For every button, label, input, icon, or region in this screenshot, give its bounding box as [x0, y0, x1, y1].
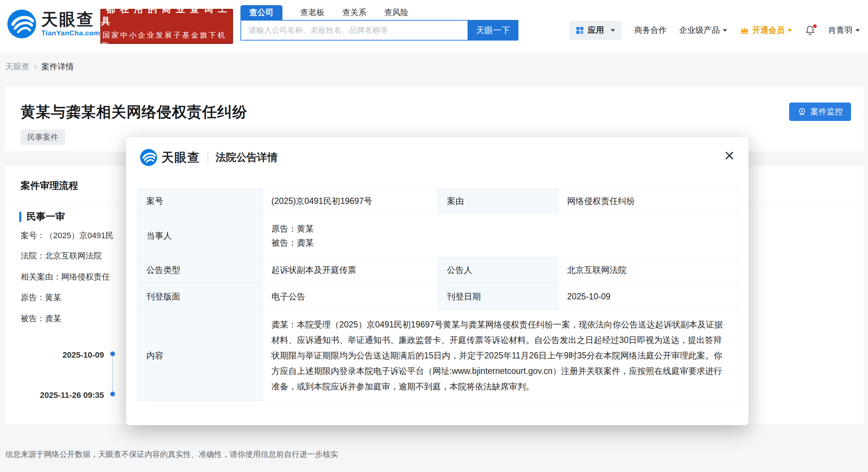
breadcrumb: 天眼查 › 案件详情: [5, 61, 74, 72]
flow-field-defendant: 被告：龚某: [21, 313, 61, 324]
flow-field-cause: 相关案由：网络侵权责任: [21, 271, 110, 282]
chevron-down-icon: [855, 29, 860, 32]
divider: [208, 152, 208, 163]
cell-notice-type: 起诉状副本及开庭传票: [263, 257, 438, 283]
crown-icon: [740, 25, 752, 35]
cell-announcer-label: 公告人: [438, 257, 558, 283]
chevron-down-icon: [723, 29, 727, 32]
username-label: 肖青羽: [828, 25, 853, 36]
tianyancha-logo-icon: [7, 10, 36, 38]
table-row: 刊登版面 电子公告 刊登日期 2025-10-09: [138, 283, 738, 310]
monitor-button-label: 案件监控: [810, 106, 843, 117]
breadcrumb-current: 案件详情: [41, 61, 74, 72]
page: 天眼查 TianYanCha.com 都在用的商业查询工具 国家中小企业发展子基…: [0, 0, 868, 472]
tab-search-boss[interactable]: 查老板: [300, 7, 324, 18]
cooperation-label: 商务合作: [634, 25, 667, 36]
timeline-date: 2025-11-26 09:35: [4, 391, 104, 400]
table-row: 当事人 原告：黄某 被告：龚某: [138, 214, 738, 257]
tianyancha-logo-icon: [140, 149, 157, 166]
search-tabs: 查公司 查老板 查关系 查风险: [240, 5, 409, 20]
search-button[interactable]: 天眼一下: [468, 20, 518, 41]
brand-text: 天眼查 TianYanCha.com: [41, 11, 100, 37]
search-box: 天眼一下: [240, 20, 518, 41]
brand-domain: TianYanCha.com: [41, 29, 100, 37]
tab-search-risk[interactable]: 查风险: [384, 7, 409, 18]
cell-case-no: (2025)京0491民初19697号: [263, 188, 438, 214]
brand-logo[interactable]: 天眼查 TianYanCha.com: [7, 10, 100, 38]
brand-name: 天眼查: [41, 11, 100, 28]
cell-parties-label: 当事人: [138, 214, 263, 257]
cell-cause: 网络侵权责任纠纷: [558, 188, 738, 214]
search-input[interactable]: [240, 20, 468, 41]
cell-content: 龚某：本院受理（2025）京0491民初19697号黄某与龚某网络侵权责任纠纷一…: [263, 310, 738, 401]
nav-enterprise-products[interactable]: 企业级产品: [679, 25, 727, 36]
page-title: 黄某与龚某相关网络侵权责任纠纷: [21, 102, 849, 122]
apps-grid-icon: [576, 26, 584, 35]
apps-label: 应用: [588, 25, 604, 36]
case-monitor-button[interactable]: 案件监控: [789, 103, 851, 121]
user-menu[interactable]: 肖青羽: [828, 25, 860, 36]
tab-search-relation[interactable]: 查关系: [342, 7, 367, 18]
defendant-line: 被告：龚某: [271, 236, 729, 250]
apps-menu[interactable]: 应用: [569, 21, 622, 40]
modal-header: 天眼查 法院公告详情 ×: [140, 148, 735, 167]
table-row: 案号 (2025)京0491民初19697号 案由 网络侵权责任纠纷: [138, 188, 738, 214]
breadcrumb-separator: ›: [34, 62, 37, 72]
top-header: 天眼查 TianYanCha.com 都在用的商业查询工具 国家中小企业发展子基…: [0, 0, 868, 53]
nav-open-vip[interactable]: 开通会员: [740, 25, 792, 36]
notifications-bell[interactable]: [805, 25, 816, 36]
plaintiff-line: 原告：黄某: [271, 222, 729, 236]
court-notice-modal: 天眼查 法院公告详情 × 案号 (2025)京0491民初19697号 案由 网…: [126, 137, 749, 425]
cell-case-no-label: 案号: [138, 188, 263, 214]
cell-parties: 原告：黄某 被告：龚某: [263, 214, 738, 257]
cell-announcer: 北京互联网法院: [558, 257, 738, 283]
cell-notice-type-label: 公告类型: [138, 257, 263, 283]
promo-banner: 都在用的商业查询工具 国家中小企业发展子基金旗下机构: [100, 9, 233, 44]
case-type-badge: 民事案件: [21, 129, 65, 145]
stage-civil-first-trial: 民事一审: [19, 210, 65, 223]
timeline-connector: [112, 355, 113, 397]
cell-publish-date: 2025-10-09: [558, 283, 738, 310]
vip-label: 开通会员: [752, 25, 785, 36]
modal-brand-name: 天眼查: [162, 149, 200, 166]
table-row: 内容 龚某：本院受理（2025）京0491民初19697号黄某与龚某网络侵权责任…: [138, 310, 738, 401]
stage-accent-bar: [19, 212, 21, 222]
promo-line1: 都在用的商业查询工具: [101, 3, 232, 27]
stage-label: 民事一审: [27, 210, 65, 223]
chevron-down-icon: [788, 29, 792, 32]
cell-content-label: 内容: [138, 310, 263, 401]
notification-dot: [813, 24, 817, 28]
timeline-dot: [110, 351, 115, 356]
tab-search-company[interactable]: 查公司: [240, 5, 282, 20]
promo-line2: 国家中小企业发展子基金旗下机构: [101, 30, 232, 50]
breadcrumb-home[interactable]: 天眼查: [5, 61, 29, 72]
cell-publish-page: 电子公告: [263, 283, 438, 310]
flow-field-plaintiff: 原告：黄某: [21, 292, 61, 303]
footer-disclaimer: 信息来源于网络公开数据，天眼查不保证内容的真实性、准确性，请你使用信息前自行进一…: [5, 449, 338, 459]
section-title-case-flow: 案件审理流程: [21, 179, 78, 192]
timeline-date: 2025-10-09: [4, 350, 104, 360]
cell-publish-date-label: 刊登日期: [438, 283, 558, 310]
close-icon[interactable]: ×: [724, 146, 735, 165]
monitor-icon: [797, 107, 807, 117]
cell-cause-label: 案由: [438, 188, 558, 214]
flow-field-court: 法院：北京互联网法院: [21, 250, 102, 261]
table-row: 公告类型 起诉状副本及开庭传票 公告人 北京互联网法院: [138, 257, 738, 283]
notice-detail-table: 案号 (2025)京0491民初19697号 案由 网络侵权责任纠纷 当事人 原…: [137, 188, 738, 401]
nav-business-cooperation[interactable]: 商务合作: [634, 25, 667, 36]
top-nav: 应用 商务合作 企业级产品 开通会员: [569, 20, 860, 41]
enterprise-label: 企业级产品: [679, 25, 720, 36]
flow-field-case-no: 案号：（2025）京0491民: [21, 230, 114, 241]
timeline-dot: [110, 392, 115, 396]
modal-title: 法院公告详情: [216, 150, 278, 164]
chevron-down-icon: [611, 29, 615, 32]
cell-publish-page-label: 刊登版面: [138, 283, 263, 310]
